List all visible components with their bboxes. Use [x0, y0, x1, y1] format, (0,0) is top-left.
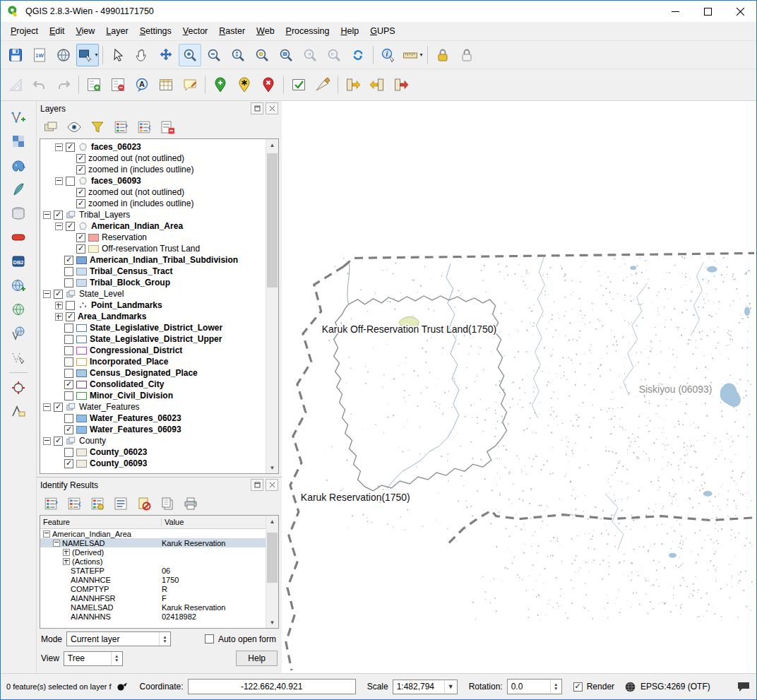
add-raster-layer-button[interactable]	[7, 130, 30, 153]
menu-edit[interactable]: Edit	[44, 23, 71, 39]
spin-arrows-icon[interactable]: ▲▼	[111, 652, 122, 665]
identify-scrollbar[interactable]: ▲ ▼	[266, 516, 278, 628]
zoom-last-tool-button[interactable]	[299, 44, 321, 66]
layer-row[interactable]: zoomed out (not outlined)	[40, 186, 266, 198]
spin-arrows-icon[interactable]: ▲▼	[159, 632, 170, 646]
save-project-button[interactable]	[4, 44, 27, 66]
layer-row[interactable]: Off-reservation Trust Land	[40, 243, 266, 254]
layer-row[interactable]: Water_Features_06093	[40, 424, 266, 435]
layer-visibility-checkbox[interactable]	[64, 369, 73, 378]
layer-visibility-checkbox[interactable]	[76, 165, 85, 174]
zoom-to-selection-tool-button[interactable]	[251, 44, 273, 66]
collapse-icon[interactable]	[53, 540, 60, 547]
result-row[interactable]: COMPTYPR	[40, 584, 266, 593]
legend-add-green-button[interactable]	[83, 73, 105, 96]
layer-row[interactable]: Tribal_Block_Group	[40, 277, 266, 288]
refresh-map-tool-button[interactable]	[347, 44, 369, 66]
dropdown-arrow-icon[interactable]: ▾	[95, 52, 97, 58]
expand-tree-button[interactable]	[40, 493, 61, 514]
collapse-icon[interactable]	[43, 403, 51, 411]
menu-gups[interactable]: GUPS	[364, 23, 400, 39]
menu-vector[interactable]: Vector	[177, 23, 213, 39]
result-row[interactable]: STATEFP06	[40, 566, 266, 575]
collapse-all-button[interactable]	[133, 117, 155, 137]
collapse-icon[interactable]	[55, 223, 63, 230]
lock-extent-button[interactable]	[455, 44, 478, 66]
column-header-feature[interactable]: Feature	[40, 518, 162, 526]
layer-row[interactable]: County_06023	[40, 446, 266, 458]
layer-visibility-checkbox[interactable]	[54, 403, 63, 412]
layer-row[interactable]: State_Legislative_District_Lower	[40, 322, 266, 333]
collapse-icon[interactable]	[43, 290, 51, 298]
layer-visibility-checkbox[interactable]	[66, 222, 75, 231]
copy-results-button[interactable]	[157, 493, 178, 514]
pan-to-selection-tool-button[interactable]	[155, 44, 177, 66]
layer-row[interactable]: Water_Features	[40, 401, 266, 413]
zoom-out-tool-button[interactable]	[203, 44, 225, 66]
result-row[interactable]: AIANNHNS02418982	[40, 612, 266, 621]
layer-row[interactable]: State_Level	[40, 288, 266, 299]
menu-processing[interactable]: Processing	[280, 23, 335, 39]
layer-row[interactable]: faces_06023	[40, 141, 266, 153]
layer-visibility-checkbox[interactable]	[64, 267, 73, 276]
sketch-tools-button[interactable]	[4, 73, 27, 96]
layer-row[interactable]: Minor_Civil_Division	[40, 390, 266, 401]
rotation-spinbox[interactable]: 0.0 ▲▼	[507, 679, 562, 694]
spin-arrows-icon[interactable]: ▲▼	[550, 680, 561, 694]
column-header-value[interactable]: Value	[162, 518, 266, 526]
print-composer-button[interactable]: 1W	[28, 44, 51, 66]
layer-row[interactable]: zoomed in (includes outline)	[40, 164, 266, 175]
scroll-up-icon[interactable]: ▲	[266, 516, 278, 527]
layer-visibility-checkbox[interactable]	[64, 391, 73, 401]
render-checkbox[interactable]	[573, 682, 583, 692]
result-row[interactable]: (Actions)	[40, 557, 266, 566]
layer-visibility-checkbox[interactable]	[76, 233, 85, 242]
scroll-up-icon[interactable]: ▲	[266, 139, 278, 150]
layer-visibility-checkbox[interactable]	[54, 210, 63, 220]
legend-remove-red-button[interactable]	[107, 73, 129, 96]
add-mssql-layer-button[interactable]	[7, 202, 30, 225]
expand-icon[interactable]	[55, 302, 63, 309]
collapse-icon[interactable]	[43, 437, 51, 445]
layer-row[interactable]: Consolidated_City	[40, 379, 266, 390]
scroll-down-icon[interactable]: ▼	[266, 617, 278, 628]
layer-visibility-checkbox[interactable]	[66, 143, 75, 152]
layer-visibility-checkbox[interactable]	[76, 154, 85, 163]
menu-help[interactable]: Help	[335, 23, 364, 39]
layer-visibility-checkbox[interactable]	[64, 256, 73, 265]
layer-row[interactable]: Area_Landmarks	[40, 311, 266, 322]
chevron-down-icon[interactable]: ▼	[444, 680, 457, 694]
map-tips-button[interactable]	[179, 73, 201, 96]
layer-row[interactable]: Congressional_District	[40, 345, 266, 356]
zoom-full-extent-tool-button[interactable]	[227, 44, 249, 66]
zoom-in-tool-button[interactable]	[179, 44, 201, 66]
map-canvas[interactable]: Karuk Off-Reservation Trust Land(1750)Si…	[282, 101, 756, 673]
crs-globe-icon[interactable]	[624, 681, 636, 693]
epsg-status[interactable]: EPSG:4269 (OTF)	[640, 682, 710, 692]
layer-visibility-checkbox[interactable]	[64, 324, 73, 333]
layer-visibility-checkbox[interactable]	[64, 335, 73, 344]
layer-row[interactable]: County	[40, 435, 266, 446]
layer-row[interactable]: Reservation	[40, 232, 266, 243]
layer-row[interactable]: State_Legislative_District_Upper	[40, 333, 266, 345]
expand-icon[interactable]	[63, 558, 70, 565]
results-view-button[interactable]	[110, 493, 131, 514]
remove-layer-button[interactable]	[157, 117, 178, 137]
layer-visibility-checkbox[interactable]	[76, 199, 85, 208]
marker-add-button[interactable]	[209, 73, 232, 96]
menu-layer[interactable]: Layer	[100, 23, 133, 39]
pan-tool-button[interactable]	[131, 44, 153, 66]
export-changes-button[interactable]	[390, 73, 412, 96]
add-spatialite-layer-button[interactable]	[7, 178, 30, 201]
layer-row[interactable]: Point_Landmarks	[40, 299, 266, 311]
mode-combo[interactable]: Current layer ▲▼	[66, 631, 171, 646]
menu-settings[interactable]: Settings	[134, 23, 177, 39]
zoom-next-tool-button[interactable]	[323, 44, 345, 66]
add-vector-layer-button[interactable]	[7, 106, 30, 129]
dropdown-arrow-icon[interactable]: ▾	[419, 52, 422, 58]
result-row[interactable]: AIANNHCE1750	[40, 575, 266, 584]
add-wms-layer-button[interactable]	[7, 274, 30, 297]
manage-layer-visibility-button[interactable]	[64, 117, 85, 137]
result-row[interactable]: NAMELSADKaruk Reservation	[40, 538, 266, 547]
print-results-button[interactable]	[180, 493, 201, 514]
